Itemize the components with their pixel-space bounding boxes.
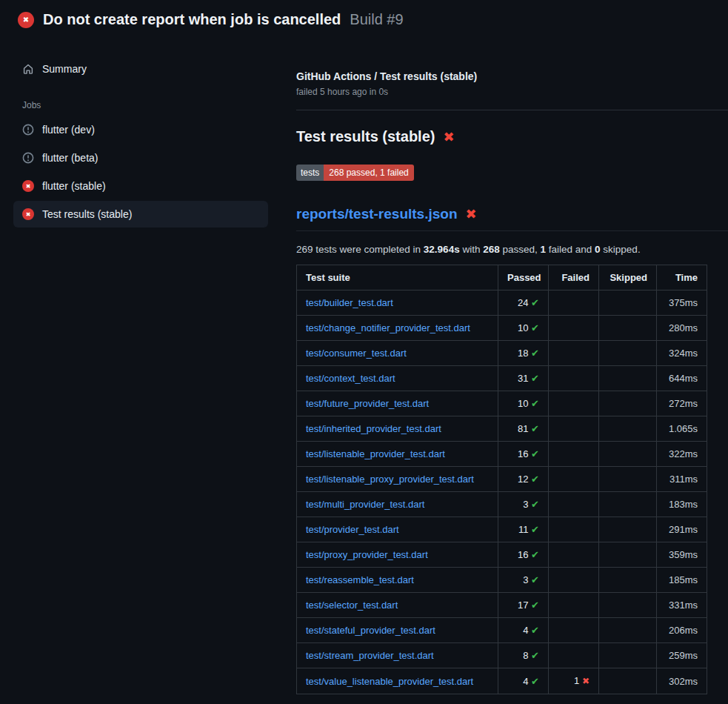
failed-cell — [549, 568, 599, 593]
passed-cell: 4 ✔ — [498, 618, 549, 643]
passed-cell: 12 ✔ — [498, 467, 549, 492]
skipped-cell — [599, 618, 657, 643]
breadcrumb: GitHub Actions / Test results (stable) — [296, 70, 728, 82]
suite-cell: test/stream_provider_test.dart — [297, 643, 498, 668]
time-cell: 375ms — [657, 290, 707, 316]
main-content: GitHub Actions / Test results (stable) f… — [281, 38, 728, 704]
suite-cell: test/context_test.dart — [297, 366, 498, 391]
failed-cell — [549, 517, 599, 542]
suite-link[interactable]: test/stateful_provider_test.dart — [306, 625, 435, 636]
failed-cell — [549, 467, 599, 492]
check-icon: ✔ — [531, 625, 539, 636]
suite-link[interactable]: test/value_listenable_provider_test.dart — [306, 676, 473, 687]
failed-cell — [549, 391, 599, 416]
job-label: Test results (stable) — [42, 208, 132, 220]
suite-link[interactable]: test/builder_test.dart — [306, 297, 393, 308]
job-label: flutter (dev) — [42, 124, 95, 136]
table-row: test/change_notifier_provider_test.dart1… — [297, 316, 707, 341]
report-link[interactable]: reports/test-results.json — [296, 206, 458, 222]
check-icon: ✔ — [531, 423, 539, 434]
suite-link[interactable]: test/change_notifier_provider_test.dart — [306, 322, 470, 333]
time-cell: 322ms — [657, 442, 707, 467]
skipped-cell — [599, 643, 657, 668]
check-icon: ✔ — [531, 348, 539, 359]
sidebar-item-flutter-dev[interactable]: flutter (dev) — [13, 116, 268, 143]
tests-badge: tests 268 passed, 1 failed — [296, 165, 414, 181]
skipped-cell — [599, 416, 657, 442]
failed-cell — [549, 366, 599, 391]
suite-link[interactable]: test/inherited_provider_test.dart — [306, 423, 441, 434]
failed-cell — [549, 416, 599, 442]
check-icon: ✔ — [531, 676, 539, 687]
time-cell: 259ms — [657, 643, 707, 668]
suite-cell: test/future_provider_test.dart — [297, 391, 498, 416]
suite-link[interactable]: test/future_provider_test.dart — [306, 398, 429, 409]
passed-cell: 10 ✔ — [498, 316, 549, 341]
skipped-cell — [599, 593, 657, 618]
time-cell: 331ms — [657, 593, 707, 618]
suite-link[interactable]: test/reassemble_test.dart — [306, 574, 414, 585]
build-title: Do not create report when job is cancell… — [43, 11, 341, 28]
failed-x-icon: ✖ — [443, 130, 454, 144]
skipped-cell — [599, 568, 657, 593]
failed-x-icon: ✖ — [466, 207, 477, 221]
skipped-cell — [599, 316, 657, 341]
passed-cell: 17 ✔ — [498, 593, 549, 618]
suite-link[interactable]: test/provider_test.dart — [306, 524, 399, 535]
time-cell: 272ms — [657, 391, 707, 416]
time-cell: 359ms — [657, 542, 707, 568]
suite-cell: test/change_notifier_provider_test.dart — [297, 316, 498, 341]
summary-line: 269 tests were completed in 32.964s with… — [296, 244, 728, 255]
suite-cell: test/proxy_provider_test.dart — [297, 542, 498, 568]
cross-icon: ✖ — [582, 676, 590, 686]
sidebar-item-flutter-beta[interactable]: flutter (beta) — [13, 145, 268, 171]
table-row: test/proxy_provider_test.dart16 ✔359ms — [297, 542, 707, 568]
skipped-cell — [599, 542, 657, 568]
check-icon: ✔ — [531, 650, 539, 661]
sidebar-item-summary[interactable]: Summary — [13, 56, 268, 82]
table-row: test/selector_test.dart17 ✔331ms — [297, 593, 707, 618]
sidebar-item-test-results-stable[interactable]: ✖Test results (stable) — [13, 201, 268, 228]
failed-cell — [549, 593, 599, 618]
section-title: Test results (stable) ✖ — [296, 128, 728, 145]
skipped-cell — [599, 391, 657, 416]
suite-cell: test/provider_test.dart — [297, 517, 498, 542]
badge-label: tests — [296, 165, 324, 181]
skipped-cell — [599, 517, 657, 542]
suite-link[interactable]: test/stream_provider_test.dart — [306, 650, 434, 661]
x-circle-icon: ✖ — [18, 12, 34, 28]
failed-cell — [549, 542, 599, 568]
suite-link[interactable]: test/proxy_provider_test.dart — [306, 549, 428, 560]
check-icon: ✔ — [531, 549, 539, 560]
time-cell: 1.065s — [657, 416, 707, 442]
check-icon: ✔ — [531, 600, 539, 611]
column-header: Time — [657, 265, 707, 290]
home-icon — [22, 63, 34, 75]
suite-link[interactable]: test/context_test.dart — [306, 373, 395, 384]
passed-cell: 24 ✔ — [498, 290, 549, 316]
results-table-body: test/builder_test.dart24 ✔375mstest/chan… — [297, 290, 707, 694]
skipped-cell — [599, 492, 657, 517]
failed-cell — [549, 290, 599, 316]
table-row: test/builder_test.dart24 ✔375ms — [297, 290, 707, 316]
column-header: Test suite — [297, 265, 498, 290]
suite-cell: test/selector_test.dart — [297, 593, 498, 618]
sidebar-item-flutter-stable[interactable]: ✖flutter (stable) — [13, 173, 268, 199]
table-row: test/stream_provider_test.dart8 ✔259ms — [297, 643, 707, 668]
sidebar: Summary Jobs flutter (dev)flutter (beta)… — [0, 38, 281, 229]
suite-link[interactable]: test/selector_test.dart — [306, 600, 398, 611]
suite-cell: test/listenable_proxy_provider_test.dart — [297, 467, 498, 492]
results-table: Test suitePassedFailedSkippedTime test/b… — [296, 265, 707, 694]
suite-link[interactable]: test/consumer_test.dart — [306, 348, 407, 359]
report-heading: reports/test-results.json ✖ — [296, 206, 728, 231]
passed-cell: 4 ✔ — [498, 668, 549, 694]
suite-link[interactable]: test/listenable_provider_test.dart — [306, 448, 445, 459]
table-row: test/consumer_test.dart18 ✔324ms — [297, 341, 707, 366]
suite-cell: test/consumer_test.dart — [297, 341, 498, 366]
suite-link[interactable]: test/listenable_proxy_provider_test.dart — [306, 474, 474, 485]
content-divider — [296, 110, 728, 110]
column-header: Failed — [549, 265, 599, 290]
jobs-heading: Jobs — [22, 100, 268, 110]
time-cell: 280ms — [657, 316, 707, 341]
suite-link[interactable]: test/multi_provider_test.dart — [306, 499, 424, 510]
